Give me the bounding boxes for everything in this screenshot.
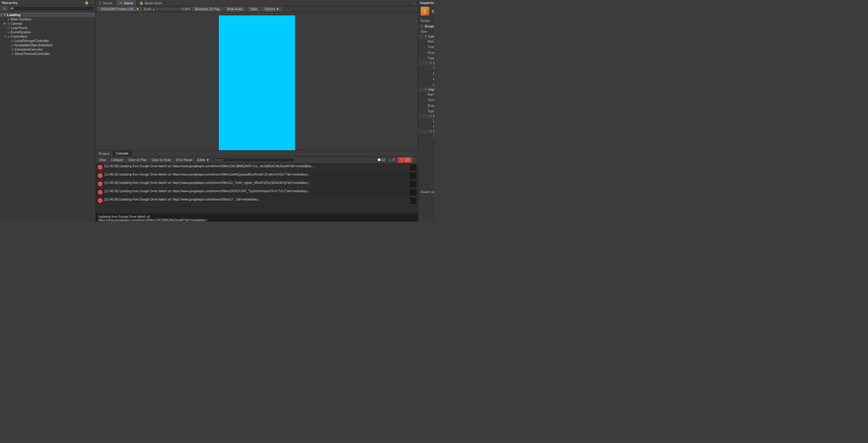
list-item[interactable]: ⊙ EventSystem — [0, 30, 95, 34]
highrisk-localconfig-arrow: ▼ — [429, 130, 432, 133]
highrisk-lasttimestamp-row: Last Timestamp 1641380113 — [418, 118, 434, 124]
game-toolbar: 1920x1080 Portrait (108...▼ Scale ● 0.28… — [96, 6, 418, 12]
gizmos-label: Gizmos — [265, 7, 275, 11]
expand-arrow — [7, 52, 11, 55]
lowrisk-label: LowRisk — [429, 35, 434, 38]
highrisk-builtinscope-label: Builtin Scope — [433, 114, 434, 118]
gizmos-button[interactable]: Gizmos ▼ — [262, 7, 282, 11]
list-item[interactable]: ▼ ⊙ Controllers — [0, 34, 95, 38]
scene-icon: ⊙ — [4, 13, 6, 17]
asset-labels-row: Asset Labels — [418, 189, 434, 194]
inspector-content: Script ConfigStorage ▼ Scope Shells Size… — [418, 17, 434, 222]
runtimescope-arrow: ▶ — [433, 83, 434, 86]
scale-label: Scale — [144, 7, 152, 11]
list-item[interactable]: ▶ digging, 0, 1, — [418, 178, 434, 184]
error-pause-button[interactable]: Error Pause — [174, 158, 194, 162]
highrisk-localconfig-size-label: Size — [433, 134, 434, 138]
lowrisk-name-label: Name — [428, 39, 434, 43]
log-tail — [410, 198, 416, 204]
add-object-button[interactable]: + — [1, 6, 7, 11]
highrisk-localconfig-size-row: Size 411 — [418, 134, 434, 139]
lowrisk-runtimescope-row[interactable]: ▶ Runtime Scope — [418, 82, 434, 87]
lock-icon[interactable]: 🔒 — [85, 1, 89, 5]
tab-console[interactable]: Console — [113, 151, 131, 156]
list-item[interactable]: ⊙ SleepTimeoutController — [0, 52, 95, 56]
list-item[interactable]: ▶ home, 0, — [418, 156, 434, 161]
highrisk-arrow: ▼ — [425, 88, 427, 91]
list-item[interactable]: ▶ home, 1, — [418, 161, 434, 167]
hierarchy-search[interactable] — [9, 6, 94, 11]
scene-menu-icon[interactable]: ⋮ — [91, 13, 94, 17]
log-entry[interactable]: 🔴 [11:46:36] Updating from Google Drive … — [96, 172, 418, 180]
resolution-dropdown[interactable]: 1920x1080 Portrait (108...▼ — [97, 7, 142, 11]
log-entry[interactable]: 🔴 [11:46:36] Updating from Google Drive … — [96, 197, 418, 205]
editor-label: Editor — [197, 158, 205, 162]
controllers-icon: ⊙ — [7, 35, 10, 38]
clear-button[interactable]: Clear — [97, 158, 108, 162]
error-icon: 🔴 — [97, 165, 103, 170]
menu-icon[interactable]: ⋮ — [90, 1, 94, 5]
builtinscope-label: Builtin Scope — [433, 61, 434, 65]
hierarchy-scene-root[interactable]: ▼ ⊙ Loading ⋮ — [0, 12, 95, 17]
tab-game[interactable]: 🎮 Game — [116, 0, 136, 6]
list-item[interactable]: ▶ init_quiz, 0, 2, — [418, 139, 434, 145]
list-item[interactable]: ▶ home, 3, — [418, 145, 434, 150]
console-search[interactable] — [212, 158, 294, 162]
editor-dropdown[interactable]: Editor ▼ — [195, 158, 211, 162]
highrisk-preloadall-label: Preload All — [433, 125, 434, 128]
error-badge: 🔴 123 — [398, 157, 412, 163]
lowrisk-builtinscope-subsection[interactable]: ▼ Builtin Scope — [418, 61, 434, 65]
builtinscope-arrow: ▼ — [429, 61, 432, 64]
tab-asset-store[interactable]: 🔒 Asset Store — [136, 0, 165, 6]
scope-shells-section[interactable]: ▼ Scope Shells — [418, 24, 434, 29]
list-item[interactable]: ▶ ⊙ Canvas — [0, 21, 95, 26]
clear-on-play-button[interactable]: Clear on Play — [126, 158, 149, 162]
stats-button[interactable]: Stats — [248, 7, 260, 11]
lowrisk-lasttimestamp-label: Last Timestamp — [433, 66, 434, 70]
list-item[interactable]: ⊙ CoroutineExecutor — [0, 47, 95, 52]
scale-slider[interactable] — [156, 9, 181, 9]
error-icon: 🔴 — [97, 190, 103, 195]
highrisk-tsfileid-label: Timestamp File Id — [428, 98, 434, 102]
lowrisk-subsection[interactable]: ▼ LowRisk — [418, 34, 434, 38]
list-item[interactable]: ▶ home, 2, — [418, 150, 434, 156]
lowrisk-localconfigrecords-row[interactable]: ▶ Local Config Records — [418, 76, 434, 82]
hierarchy-panel: Hierarchy 🔒 ⋮ + ▼ ⊙ Loading ⋮ ⊙ Main Cam… — [0, 0, 96, 222]
highrisk-builtinscope-arrow: ▼ — [429, 115, 432, 118]
log-entry[interactable]: 🔴 [11:46:36] Updating from Google Drive … — [96, 180, 418, 189]
tab-menu-icon[interactable]: ⋮ — [412, 1, 416, 5]
item-label: Main Camera — [11, 17, 31, 21]
clear-on-build-button[interactable]: Clear on Build — [150, 158, 173, 162]
console-menu-button[interactable]: ⋮ — [413, 158, 417, 162]
list-item[interactable]: ⊙ LocalStorageController — [0, 38, 95, 43]
maximize-on-play-button[interactable]: Maximize On Play — [192, 7, 223, 11]
tab-scene[interactable]: ⬡ Scene — [96, 0, 116, 6]
list-item[interactable]: ▶ digging, 0, 1, — [418, 184, 434, 189]
size-row: Size 3 — [418, 29, 434, 34]
list-item[interactable]: ▶ digging, 0, 1, — [418, 167, 434, 172]
highrisk-name-row: Name HighRisk — [418, 92, 434, 97]
log-entry[interactable]: 🔴 [11:46:36] Updating from Google Drive … — [96, 189, 418, 197]
lowrisk-type-label: Type — [428, 56, 434, 60]
log-text: [11:46:36] Updating from Google Drive fa… — [105, 181, 409, 185]
expand-arrow: ▼ — [4, 35, 7, 38]
collapse-button[interactable]: Collapse — [109, 158, 125, 162]
list-item[interactable]: ⊙ LeanTouch — [0, 26, 95, 30]
highrisk-preloadall-row: Preload All ✓ — [418, 124, 434, 129]
log-text: [11:46:36] Updating from Google Drive fa… — [105, 198, 409, 201]
list-item[interactable]: ⊙ Main Camera — [0, 17, 95, 21]
canvas-icon: ⊙ — [7, 22, 10, 25]
lowrisk-tsfileid-label: Timestamp File Id — [428, 45, 434, 49]
log-entry[interactable]: 🔴 [11:46:36] Updating from Google Drive … — [96, 163, 418, 172]
tab-project[interactable]: Project — [96, 151, 113, 156]
highrisk-builtinscope-subsection[interactable]: ▼ Builtin Scope — [418, 114, 434, 118]
mute-audio-button[interactable]: Mute Audio — [225, 7, 246, 11]
highrisk-localconfig-subsection[interactable]: ▼ Local Config Records — [418, 129, 434, 134]
scale-slider-dot: ● — [153, 7, 155, 11]
highrisk-scopefileid-label: Scope File Id — [428, 104, 434, 107]
tab-scene-label: Scene — [103, 1, 112, 5]
list-item[interactable]: ▶ digging, 0, 1, — [418, 172, 434, 178]
list-item[interactable]: ⊙ ScriptableObjectInitializer — [0, 43, 95, 47]
game-view — [96, 12, 418, 150]
highrisk-subsection[interactable]: ▼ HighRisk — [418, 87, 434, 92]
